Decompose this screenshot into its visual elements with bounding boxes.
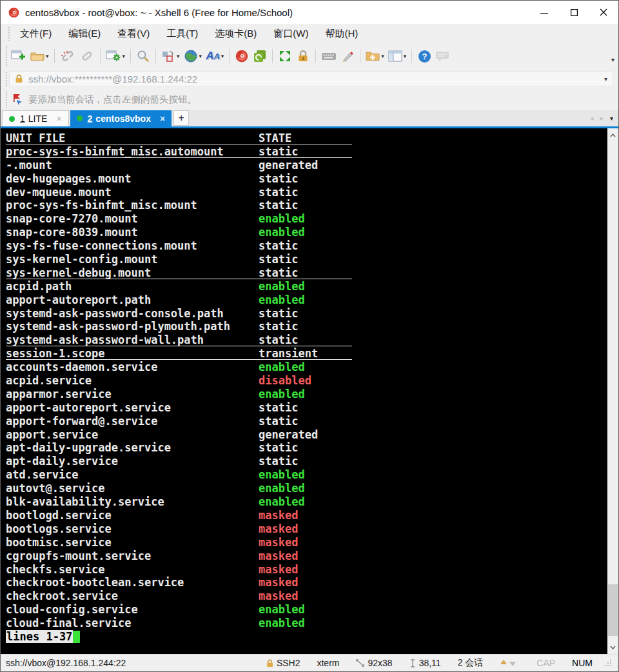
toolbar-overflow-button[interactable]: ▾ [611, 56, 614, 63]
status-scroll-arrows[interactable] [500, 659, 520, 667]
lock-button[interactable] [294, 47, 312, 65]
new-folder-button[interactable]: ▾ [364, 47, 386, 65]
session-properties-button[interactable]: ▾ [104, 47, 128, 65]
terminal-row: cloud-final.serviceenabled [6, 617, 352, 630]
toolbar-separator [155, 49, 156, 63]
terminal-row: autovt@.serviceenabled [6, 482, 352, 495]
chevron-down-icon[interactable]: ▾ [123, 53, 126, 59]
toolbar-separator [100, 49, 101, 63]
fullscreen-button[interactable] [276, 47, 294, 65]
terminal-scrollbar[interactable] [607, 128, 618, 654]
state-cell: enabled [259, 468, 305, 482]
toolbar-separator [229, 49, 230, 63]
lock-icon [297, 50, 309, 63]
reconnect-button[interactable] [77, 47, 97, 65]
state-cell: static [259, 441, 298, 455]
xshell-button[interactable] [233, 47, 251, 65]
menu-item-0[interactable]: 文件(F) [12, 24, 60, 43]
tab-number: 1 [20, 114, 25, 124]
state-cell: static [259, 333, 298, 347]
tab-scroll-right-icon[interactable]: ▸ [600, 114, 604, 123]
chevron-down-icon[interactable]: ▾ [381, 53, 384, 59]
tab-centos8vbox[interactable]: 2 centos8vbox × [70, 110, 172, 126]
menu-item-2[interactable]: 查看(V) [109, 24, 158, 43]
minimize-icon [540, 8, 548, 16]
unit-file-cell: proc-sys-fs-binfmt_misc.automount [6, 145, 224, 158]
tab-list-dropdown-icon[interactable]: ▾ [610, 115, 613, 122]
close-icon [600, 8, 607, 16]
toolbar-gripper[interactable] [5, 91, 8, 108]
layout-squares-icon [161, 50, 175, 63]
scrollbar-thumb[interactable] [608, 584, 618, 636]
chevron-down-icon [610, 646, 616, 649]
terminal-cursor [73, 631, 80, 643]
feedback-button[interactable] [433, 47, 451, 65]
maximize-button[interactable] [559, 1, 589, 24]
state-cell: enabled [259, 361, 305, 374]
chevron-down-icon[interactable]: ▾ [177, 53, 180, 59]
menu-item-5[interactable]: 窗口(W) [265, 24, 317, 43]
chevron-down-icon[interactable]: ▾ [404, 53, 407, 59]
address-field[interactable]: ssh://vbox:**********@192.168.1.244:22 ▾ [9, 71, 613, 86]
chevron-down-icon[interactable]: ▾ [46, 53, 49, 59]
layout-button[interactable]: ▾ [159, 47, 182, 65]
terminal-row: accounts-daemon.serviceenabled [6, 361, 352, 374]
terminal-screen[interactable]: UNIT FILE STATE proc-sys-fs-binfmt_misc.… [1, 128, 618, 654]
status-num-lock: NUM [572, 658, 593, 668]
chevron-down-icon[interactable]: ▾ [221, 53, 224, 59]
new-tab-button[interactable]: + [173, 110, 189, 126]
new-session-button[interactable] [9, 47, 28, 65]
tab-lite[interactable]: 1 LITE × [2, 110, 69, 126]
find-button[interactable] [134, 47, 152, 65]
tab-close-icon[interactable]: × [56, 114, 61, 123]
state-cell: masked [259, 549, 298, 563]
scroll-down-button[interactable] [607, 642, 618, 653]
chevron-down-icon[interactable]: ▾ [199, 53, 202, 59]
state-cell: static [259, 266, 298, 280]
state-cell: static [259, 455, 298, 468]
highlight-button[interactable] [339, 47, 357, 65]
unit-file-cell: systemd-ask-password-plymouth.path [6, 320, 230, 333]
terminal-row: systemd-ask-password-plymouth.pathstatic [6, 320, 352, 333]
resize-grip[interactable] [604, 659, 612, 667]
terminal-row: cloud-config.serviceenabled [6, 603, 352, 617]
chevron-down-icon[interactable]: ▾ [604, 75, 607, 83]
lock-icon [15, 74, 23, 83]
toolbar-gripper[interactable] [5, 46, 8, 66]
terminal-row: apport.servicegenerated [6, 428, 352, 442]
tab-close-icon[interactable]: × [160, 114, 165, 123]
minimize-button[interactable] [529, 1, 559, 24]
terminal-row: bootmisc.servicemasked [6, 536, 352, 549]
menu-item-6[interactable]: 帮助(H) [317, 24, 366, 43]
terminal-row: apport-autoreport.pathenabled [6, 293, 352, 307]
unit-file-cell: -.mount [6, 159, 52, 172]
status-connection: ssh://vbox@192.168.1.244:22 [6, 658, 250, 668]
window-layout-button[interactable]: ▾ [386, 47, 409, 65]
xftp-logo-icon [253, 50, 266, 63]
menu-item-3[interactable]: 工具(T) [158, 24, 206, 43]
state-cell: enabled [259, 603, 305, 617]
disconnect-button[interactable] [58, 47, 77, 65]
session-status-dot [77, 115, 83, 121]
close-button[interactable] [589, 1, 618, 24]
terminal-row: acpid.servicedisabled [6, 374, 352, 388]
toolbar-gripper[interactable] [8, 26, 10, 41]
menu-item-4[interactable]: 选项卡(B) [206, 24, 265, 43]
menu-item-1[interactable]: 编辑(E) [60, 24, 109, 43]
state-cell: static [259, 199, 298, 212]
encoding-button[interactable]: ▾ [182, 47, 204, 65]
terminal-row: systemd-ask-password-wall.pathstatic [6, 333, 352, 347]
disconnect-icon [60, 50, 75, 63]
toolbar-gripper[interactable] [5, 72, 8, 86]
open-session-button[interactable]: ▾ [28, 47, 51, 65]
font-button[interactable]: AA ▾ [204, 47, 226, 65]
help-button[interactable]: ? [415, 47, 433, 65]
xftp-button[interactable] [251, 47, 269, 65]
terminal-row: snap-core-7270.mountenabled [6, 212, 352, 226]
state-cell: enabled [259, 226, 305, 239]
scroll-up-button[interactable] [607, 130, 618, 141]
unit-file-cell: session-1.scope [6, 347, 105, 360]
tab-scroll-left-icon[interactable]: ◂ [590, 114, 594, 123]
unit-file-cell: checkfs.service [6, 563, 105, 576]
keyboard-button[interactable] [319, 47, 339, 65]
